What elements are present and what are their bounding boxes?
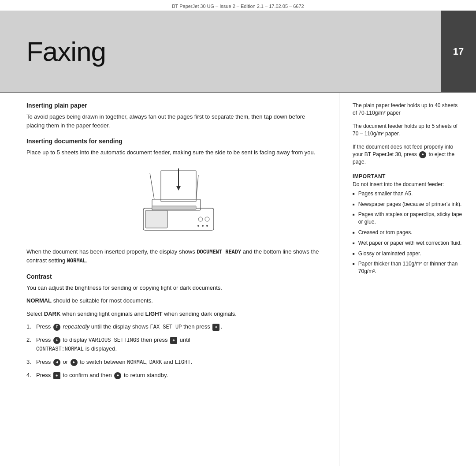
diagram-container [26,164,321,240]
important-box: IMPORTANT Do not insert into the documen… [353,173,463,275]
svg-point-10 [202,225,204,227]
bullet-item-5: Wet paper or paper with wet correction f… [353,239,463,247]
svg-point-9 [197,225,199,227]
page-header: BT PaperJet 30 UG – Issue 2 – Edition 2.… [0,0,476,11]
section1-para: To avoid pages being drawn in together, … [26,112,321,130]
step1-mono: FAX SET UP [150,324,182,330]
step1-icon-ok: ◈ [212,324,219,331]
step-3: 3. Press ◄ or ► to switch between NORMAL… [26,358,321,366]
bullet-item-1: Pages smaller than A5. [353,190,463,198]
important-label: IMPORTANT [353,173,463,179]
steps-list: 1. Press F repeatedly until the display … [26,322,321,380]
section2-heading: Inserting documents for sending [26,138,321,145]
normal-mono: NORMAL [67,258,86,264]
dark-suffix: when sending dark originals. [163,310,237,317]
normal-bold: NORMAL [26,297,52,304]
step3-icon-right: ► [71,359,78,366]
page-number: 17 [453,46,464,57]
step-2: 2. Press F to display VARIOUS SETTINGS t… [26,336,321,353]
doc-ready: DOCUMENT READY [197,249,241,255]
step2-icon-f: F [53,337,60,344]
select-text: Select [26,310,44,317]
step2-icon-ok: ◈ [170,337,177,344]
fax-diagram [130,164,218,239]
step3-normal: NORMAL [127,359,146,366]
step-2-num: 2. [26,336,36,344]
step-3-content: Press ◄ or ► to switch between NORMAL, D… [36,358,192,366]
section2-para: Place up to 5 sheets into the automatic … [26,148,321,157]
contrast-p2-suffix: should be suitable for most documents. [52,297,153,304]
bullet-item-7: Paper thicker than 110g/m² or thinner th… [353,260,463,275]
header-text: BT PaperJet 30 UG – Issue 2 – Edition 2.… [172,4,304,9]
after-text: When the document has been inserted prop… [26,248,197,255]
right-para3: If the document does not feed properly i… [353,143,463,166]
svg-point-11 [206,225,208,227]
section3-heading: Contrast [26,273,321,280]
step-3-num: 3. [26,358,36,366]
svg-point-8 [205,217,209,221]
step-4-num: 4. [26,371,36,380]
step-1: 1. Press F repeatedly until the display … [26,322,321,331]
svg-line-2 [150,173,154,199]
svg-rect-12 [145,210,167,228]
right-column: The plain paper feeder holds up to 40 sh… [339,93,476,466]
bullet-list: Pages smaller than A5.Newspaper pages (b… [353,190,463,275]
step-4-content: Press ◈ to confirm and then ● to return … [36,371,168,380]
para3-icon: ● [419,151,426,158]
page-title: Faxing [26,36,106,67]
step1-repeatedly: repeatedly [63,323,89,330]
step-1-num: 1. [26,322,36,331]
step-4: 4. Press ◈ to confirm and then ● to retu… [26,371,321,380]
step3-light: LIGHT [175,359,190,366]
step1-icon-f: F [53,324,60,331]
svg-line-3 [196,175,198,199]
step3-dark: DARK [149,359,162,366]
bullet-item-6: Glossy or laminated paper. [353,250,463,258]
step2-mono2: CONTRAST:NORMAL [36,346,84,352]
bullet-item-2: Newspaper pages (because of printer's in… [353,201,463,208]
step-1-content: Press F repeatedly until the display sho… [36,322,222,331]
right-para2: The document feeder holds up to 5 sheets… [353,123,463,138]
content-area: Inserting plain paper To avoid pages bei… [0,93,476,466]
title-bar: Faxing 17 [0,11,476,92]
left-column: Inserting plain paper To avoid pages bei… [0,93,339,466]
dark-bold: DARK [44,310,61,317]
when-text: when sending light originals and [60,310,145,317]
page-number-box: 17 [441,11,476,92]
contrast-p3: Select DARK when sending light originals… [26,310,321,318]
contrast-p1: You can adjust the brightness for sendin… [26,284,321,292]
step-2-content: Press F to display VARIOUS SETTINGS then… [36,336,190,353]
section1-heading: Inserting plain paper [26,102,321,109]
svg-rect-13 [152,206,196,209]
svg-point-7 [198,217,203,221]
right-para1: The plain paper feeder holds up to 40 sh… [353,102,463,117]
bullet-item-3: Pages with staples or paperclips, sticky… [353,211,463,226]
step3-icon-left: ◄ [53,359,60,366]
step4-icon-back: ● [114,372,121,379]
contrast-p2: NORMAL should be suitable for most docum… [26,296,321,305]
svg-marker-6 [176,186,181,191]
section2-after-para: When the document has been inserted prop… [26,247,321,265]
important-desc: Do not insert into the document feeder: [353,181,463,187]
step4-icon-ok: ◈ [53,372,60,379]
bullet-item-4: Creased or torn pages. [353,229,463,236]
light-bold: LIGHT [145,310,163,317]
step2-mono1: VARIOUS SETTINGS [89,337,139,344]
